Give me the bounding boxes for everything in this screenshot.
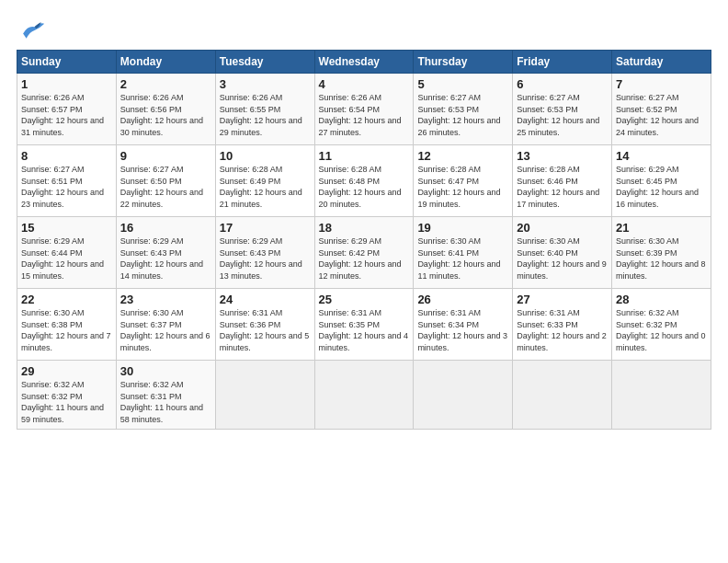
- calendar-cell: 14 Sunrise: 6:29 AMSunset: 6:45 PMDaylig…: [612, 145, 711, 217]
- cell-info: Sunrise: 6:30 AMSunset: 6:41 PMDaylight:…: [417, 236, 508, 282]
- logo: [17, 17, 50, 42]
- day-number: 24: [220, 293, 311, 306]
- day-number: 22: [21, 293, 112, 306]
- cell-info: Sunrise: 6:28 AMSunset: 6:47 PMDaylight:…: [417, 164, 508, 210]
- cell-info: Sunrise: 6:31 AMSunset: 6:35 PMDaylight:…: [319, 307, 410, 353]
- calendar-week-2: 8 Sunrise: 6:27 AMSunset: 6:51 PMDayligh…: [17, 145, 711, 217]
- calendar-week-5: 29 Sunrise: 6:32 AMSunset: 6:32 PMDaylig…: [17, 361, 711, 430]
- cell-info: Sunrise: 6:32 AMSunset: 6:32 PMDaylight:…: [616, 307, 707, 353]
- calendar-cell: 28 Sunrise: 6:32 AMSunset: 6:32 PMDaylig…: [612, 289, 711, 361]
- weekday-header-sunday: Sunday: [17, 51, 117, 74]
- calendar-cell: [414, 361, 513, 430]
- cell-info: Sunrise: 6:29 AMSunset: 6:44 PMDaylight:…: [21, 236, 112, 282]
- calendar-week-1: 1 Sunrise: 6:26 AMSunset: 6:57 PMDayligh…: [17, 74, 711, 145]
- logo-icon: [17, 17, 46, 42]
- calendar-cell: 24 Sunrise: 6:31 AMSunset: 6:36 PMDaylig…: [215, 289, 314, 361]
- day-number: 28: [616, 293, 707, 306]
- day-number: 10: [220, 149, 311, 163]
- cell-info: Sunrise: 6:29 AMSunset: 6:42 PMDaylight:…: [319, 236, 410, 282]
- cell-info: Sunrise: 6:26 AMSunset: 6:57 PMDaylight:…: [21, 92, 112, 138]
- calendar-body: 1 Sunrise: 6:26 AMSunset: 6:57 PMDayligh…: [17, 74, 711, 430]
- calendar-cell: 27 Sunrise: 6:31 AMSunset: 6:33 PMDaylig…: [513, 289, 612, 361]
- calendar-week-3: 15 Sunrise: 6:29 AMSunset: 6:44 PMDaylig…: [17, 217, 711, 289]
- day-number: 14: [616, 149, 707, 163]
- day-number: 27: [517, 293, 608, 306]
- day-number: 1: [21, 77, 112, 91]
- cell-info: Sunrise: 6:27 AMSunset: 6:50 PMDaylight:…: [120, 164, 211, 210]
- cell-info: Sunrise: 6:27 AMSunset: 6:53 PMDaylight:…: [417, 92, 508, 138]
- cell-info: Sunrise: 6:27 AMSunset: 6:53 PMDaylight:…: [517, 92, 608, 138]
- calendar-cell: 17 Sunrise: 6:29 AMSunset: 6:43 PMDaylig…: [215, 217, 314, 289]
- weekday-header-monday: Monday: [116, 51, 215, 74]
- calendar-cell: [612, 361, 711, 430]
- calendar-cell: 30 Sunrise: 6:32 AMSunset: 6:31 PMDaylig…: [116, 361, 215, 430]
- day-number: 7: [616, 77, 707, 91]
- calendar-cell: 16 Sunrise: 6:29 AMSunset: 6:43 PMDaylig…: [116, 217, 215, 289]
- weekday-header-row: SundayMondayTuesdayWednesdayThursdayFrid…: [17, 51, 711, 74]
- cell-info: Sunrise: 6:30 AMSunset: 6:39 PMDaylight:…: [616, 236, 707, 282]
- cell-info: Sunrise: 6:30 AMSunset: 6:40 PMDaylight:…: [517, 236, 608, 282]
- cell-info: Sunrise: 6:29 AMSunset: 6:43 PMDaylight:…: [120, 236, 211, 282]
- day-number: 5: [417, 77, 508, 91]
- weekday-header-thursday: Thursday: [414, 51, 513, 74]
- cell-info: Sunrise: 6:32 AMSunset: 6:31 PMDaylight:…: [120, 379, 211, 425]
- day-number: 13: [517, 149, 608, 163]
- weekday-header-wednesday: Wednesday: [314, 51, 414, 74]
- cell-info: Sunrise: 6:28 AMSunset: 6:49 PMDaylight:…: [220, 164, 311, 210]
- calendar-cell: 21 Sunrise: 6:30 AMSunset: 6:39 PMDaylig…: [612, 217, 711, 289]
- calendar-week-4: 22 Sunrise: 6:30 AMSunset: 6:38 PMDaylig…: [17, 289, 711, 361]
- cell-info: Sunrise: 6:31 AMSunset: 6:34 PMDaylight:…: [417, 307, 508, 353]
- calendar-cell: 18 Sunrise: 6:29 AMSunset: 6:42 PMDaylig…: [314, 217, 414, 289]
- day-number: 21: [616, 221, 707, 235]
- day-number: 6: [517, 77, 608, 91]
- calendar-cell: 7 Sunrise: 6:27 AMSunset: 6:52 PMDayligh…: [612, 74, 711, 145]
- cell-info: Sunrise: 6:30 AMSunset: 6:37 PMDaylight:…: [120, 307, 211, 353]
- day-number: 25: [319, 293, 410, 306]
- page-header: [17, 17, 711, 42]
- calendar-cell: [215, 361, 314, 430]
- cell-info: Sunrise: 6:31 AMSunset: 6:33 PMDaylight:…: [517, 307, 608, 353]
- calendar-cell: 8 Sunrise: 6:27 AMSunset: 6:51 PMDayligh…: [17, 145, 117, 217]
- calendar-cell: 19 Sunrise: 6:30 AMSunset: 6:41 PMDaylig…: [414, 217, 513, 289]
- cell-info: Sunrise: 6:29 AMSunset: 6:45 PMDaylight:…: [616, 164, 707, 210]
- calendar-cell: 5 Sunrise: 6:27 AMSunset: 6:53 PMDayligh…: [414, 74, 513, 145]
- calendar-cell: 29 Sunrise: 6:32 AMSunset: 6:32 PMDaylig…: [17, 361, 117, 430]
- calendar-cell: 12 Sunrise: 6:28 AMSunset: 6:47 PMDaylig…: [414, 145, 513, 217]
- cell-info: Sunrise: 6:26 AMSunset: 6:56 PMDaylight:…: [120, 92, 211, 138]
- calendar-cell: 25 Sunrise: 6:31 AMSunset: 6:35 PMDaylig…: [314, 289, 414, 361]
- cell-info: Sunrise: 6:27 AMSunset: 6:52 PMDaylight:…: [616, 92, 707, 138]
- calendar-table: SundayMondayTuesdayWednesdayThursdayFrid…: [17, 50, 711, 430]
- day-number: 23: [120, 293, 211, 306]
- calendar-cell: 15 Sunrise: 6:29 AMSunset: 6:44 PMDaylig…: [17, 217, 117, 289]
- calendar-cell: [314, 361, 414, 430]
- cell-info: Sunrise: 6:31 AMSunset: 6:36 PMDaylight:…: [220, 307, 311, 353]
- day-number: 20: [517, 221, 608, 235]
- calendar-cell: 23 Sunrise: 6:30 AMSunset: 6:37 PMDaylig…: [116, 289, 215, 361]
- day-number: 2: [120, 77, 211, 91]
- cell-info: Sunrise: 6:27 AMSunset: 6:51 PMDaylight:…: [21, 164, 112, 210]
- calendar-cell: 20 Sunrise: 6:30 AMSunset: 6:40 PMDaylig…: [513, 217, 612, 289]
- cell-info: Sunrise: 6:28 AMSunset: 6:46 PMDaylight:…: [517, 164, 608, 210]
- day-number: 15: [21, 221, 112, 235]
- calendar-cell: 4 Sunrise: 6:26 AMSunset: 6:54 PMDayligh…: [314, 74, 414, 145]
- day-number: 26: [417, 293, 508, 306]
- calendar-cell: 9 Sunrise: 6:27 AMSunset: 6:50 PMDayligh…: [116, 145, 215, 217]
- calendar-cell: 2 Sunrise: 6:26 AMSunset: 6:56 PMDayligh…: [116, 74, 215, 145]
- cell-info: Sunrise: 6:29 AMSunset: 6:43 PMDaylight:…: [220, 236, 311, 282]
- calendar-cell: 13 Sunrise: 6:28 AMSunset: 6:46 PMDaylig…: [513, 145, 612, 217]
- calendar-cell: [513, 361, 612, 430]
- cell-info: Sunrise: 6:26 AMSunset: 6:54 PMDaylight:…: [319, 92, 410, 138]
- calendar-cell: 10 Sunrise: 6:28 AMSunset: 6:49 PMDaylig…: [215, 145, 314, 217]
- day-number: 30: [120, 364, 211, 378]
- day-number: 9: [120, 149, 211, 163]
- calendar-cell: 26 Sunrise: 6:31 AMSunset: 6:34 PMDaylig…: [414, 289, 513, 361]
- day-number: 16: [120, 221, 211, 235]
- day-number: 4: [319, 77, 410, 91]
- weekday-header-friday: Friday: [513, 51, 612, 74]
- day-number: 12: [417, 149, 508, 163]
- calendar-cell: 11 Sunrise: 6:28 AMSunset: 6:48 PMDaylig…: [314, 145, 414, 217]
- day-number: 3: [220, 77, 311, 91]
- day-number: 8: [21, 149, 112, 163]
- cell-info: Sunrise: 6:26 AMSunset: 6:55 PMDaylight:…: [220, 92, 311, 138]
- calendar-cell: 6 Sunrise: 6:27 AMSunset: 6:53 PMDayligh…: [513, 74, 612, 145]
